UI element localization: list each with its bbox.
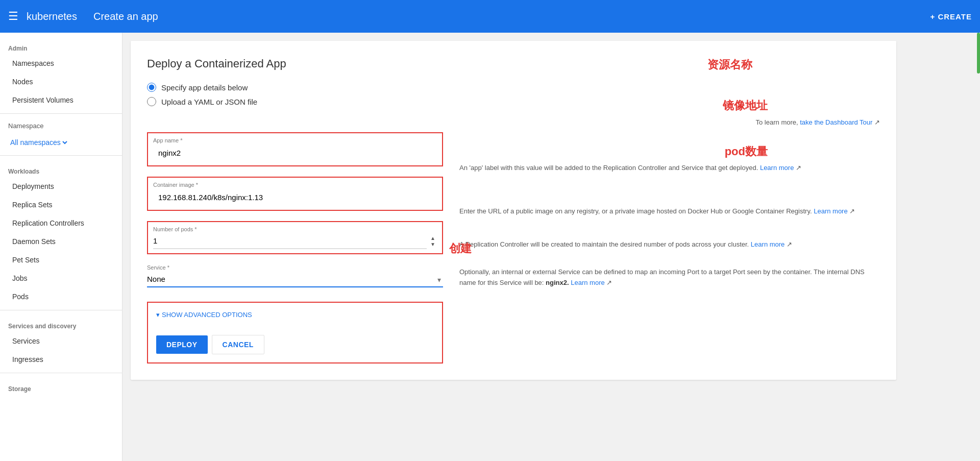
service-help-text: Optionally, an internal or external Serv…: [459, 268, 865, 286]
action-row: DEPLOY CANCEL: [156, 335, 434, 354]
workloads-section-label: Workloads: [0, 160, 122, 177]
radio-specify[interactable]: [147, 83, 156, 92]
appname-field: App name *: [147, 132, 443, 166]
main-content: Deploy a Containerized App Specify app d…: [122, 33, 980, 461]
sidebar: Admin Namespaces Nodes Persistent Volume…: [0, 33, 122, 461]
app-logo: kubernetes: [27, 11, 77, 22]
card-title: Deploy a Containerized App: [147, 57, 880, 70]
cancel-button[interactable]: CANCEL: [212, 335, 264, 354]
create-button[interactable]: + CREATE: [930, 12, 972, 21]
appname-help-block: An 'app' label with this value will be a…: [459, 163, 880, 174]
topnav: ☰ kubernetes Create an app + CREATE: [0, 0, 980, 33]
main-layout: Admin Namespaces Nodes Persistent Volume…: [0, 33, 980, 461]
radio-upload-text: Upload a YAML or JSON file: [161, 98, 257, 106]
action-area: ▾ SHOW ADVANCED OPTIONS DEPLOY CANCEL: [147, 302, 443, 363]
radio-upload-label[interactable]: Upload a YAML or JSON file: [147, 97, 880, 106]
service-help-block: Optionally, an internal or external Serv…: [459, 267, 880, 288]
service-select[interactable]: None Internal External: [147, 272, 443, 287]
appname-help-text: An 'app' label with this value will be a…: [459, 164, 758, 172]
sidebar-item-ingresses[interactable]: Ingresses: [0, 350, 122, 369]
pods-learn-icon: ↗: [787, 240, 792, 248]
sidebar-item-pet-sets[interactable]: Pet Sets: [0, 251, 122, 269]
container-image-field: Container image *: [147, 177, 443, 211]
service-learn-link[interactable]: Learn more: [571, 279, 604, 286]
sidebar-item-replica-sets[interactable]: Replica Sets: [0, 196, 122, 214]
services-section-label: Services and discovery: [0, 314, 122, 332]
sidebar-item-nodes[interactable]: Nodes: [0, 72, 122, 91]
page-title: Create an app: [93, 11, 158, 22]
advanced-options-label: SHOW ADVANCED OPTIONS: [162, 311, 252, 319]
advanced-options-icon: ▾: [156, 311, 160, 319]
deploy-button[interactable]: DEPLOY: [156, 335, 208, 354]
scrollbar-indicator[interactable]: [977, 33, 980, 74]
storage-section-label: Storage: [0, 377, 122, 395]
deploy-options-group: Specify app details below Upload a YAML …: [147, 83, 880, 106]
sidebar-item-persistent-volumes[interactable]: Persistent Volumes: [0, 91, 122, 109]
advanced-options-button[interactable]: ▾ SHOW ADVANCED OPTIONS: [156, 311, 434, 319]
namespace-label: Namespace: [8, 122, 43, 130]
radio-upload[interactable]: [147, 97, 156, 106]
tour-row: To learn more, take the Dashboard Tour ↗: [147, 118, 880, 126]
sidebar-item-jobs[interactable]: Jobs: [0, 269, 122, 287]
pods-increment[interactable]: ▲: [429, 235, 437, 241]
deploy-card: Deploy a Containerized App Specify app d…: [131, 41, 896, 380]
container-image-learn-icon: ↗: [849, 207, 855, 215]
namespace-row: Namespace: [0, 118, 122, 134]
pods-field: Number of pods * ▲ ▼: [147, 221, 443, 254]
pods-decrement[interactable]: ▼: [429, 241, 437, 248]
appname-label: App name *: [153, 137, 437, 143]
namespace-selector-row[interactable]: All namespaces: [0, 134, 122, 151]
pods-help-text: A Replication Controller will be created…: [459, 240, 749, 248]
sidebar-item-replication-controllers[interactable]: Replication Controllers: [0, 214, 122, 232]
sidebar-item-services[interactable]: Services: [0, 332, 122, 350]
tour-link-icon: ↗: [874, 118, 880, 126]
service-label: Service *: [147, 264, 443, 271]
pods-input-row: ▲ ▼: [153, 233, 437, 249]
tour-link[interactable]: take the Dashboard Tour: [800, 118, 872, 126]
sidebar-item-daemon-sets[interactable]: Daemon Sets: [0, 232, 122, 251]
service-field: Service * None Internal External: [147, 264, 443, 287]
appname-learn-link[interactable]: Learn more: [760, 164, 794, 172]
hamburger-icon[interactable]: ☰: [8, 10, 18, 23]
container-image-label: Container image *: [153, 182, 437, 188]
pods-label: Number of pods *: [153, 226, 437, 232]
container-image-help-text: Enter the URL of a public image on any r…: [459, 207, 812, 215]
sidebar-item-deployments[interactable]: Deployments: [0, 177, 122, 196]
form-right: An 'app' label with this value will be a…: [443, 132, 880, 363]
form-grid: App name * Container image * Number of p…: [147, 132, 880, 363]
pods-help-block: A Replication Controller will be created…: [459, 239, 880, 250]
form-left: App name * Container image * Number of p…: [147, 132, 443, 363]
pods-spinner: ▲ ▼: [429, 235, 437, 248]
container-image-help-block: Enter the URL of a public image on any r…: [459, 206, 880, 217]
sidebar-item-namespaces[interactable]: Namespaces: [0, 54, 122, 72]
tour-text: To learn more,: [756, 118, 798, 126]
service-dns-text: nginx2.: [546, 279, 569, 286]
container-image-input[interactable]: [153, 189, 437, 206]
appname-learn-icon: ↗: [796, 164, 801, 172]
radio-specify-text: Specify app details below: [161, 83, 248, 92]
container-image-learn-link[interactable]: Learn more: [814, 207, 847, 215]
service-learn-icon: ↗: [606, 279, 612, 286]
namespace-select[interactable]: All namespaces: [8, 138, 69, 147]
pods-input[interactable]: [153, 233, 427, 249]
sidebar-item-pods[interactable]: Pods: [0, 287, 122, 306]
service-select-wrapper: None Internal External: [147, 272, 443, 287]
appname-input[interactable]: [153, 144, 437, 161]
admin-section-label: Admin: [0, 37, 122, 54]
pods-learn-link[interactable]: Learn more: [751, 240, 785, 248]
radio-specify-label[interactable]: Specify app details below: [147, 83, 880, 92]
